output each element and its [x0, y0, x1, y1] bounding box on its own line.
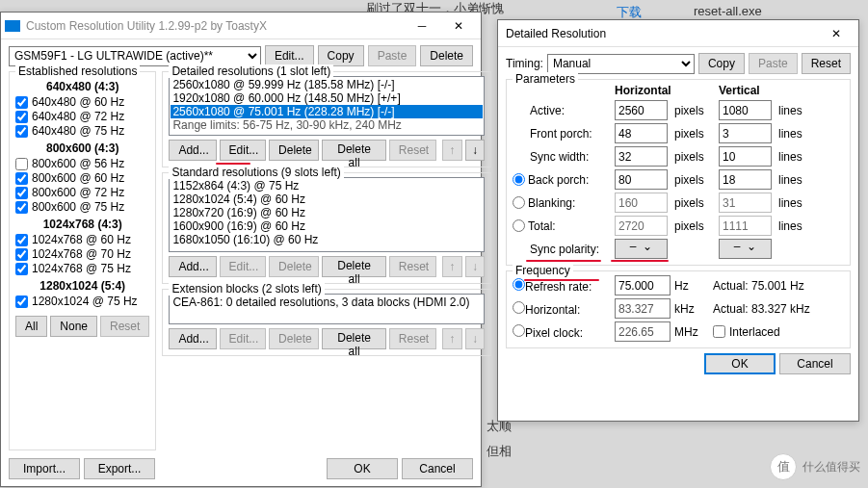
- titlebar[interactable]: Detailed Resolution ✕: [498, 20, 858, 47]
- res-checkbox[interactable]: 1024x768 @ 70 Hz: [15, 247, 149, 261]
- delete-button[interactable]: Delete: [269, 140, 319, 161]
- cancel-button[interactable]: Cancel: [779, 353, 851, 374]
- v-back-input[interactable]: [719, 169, 772, 190]
- ok-button[interactable]: OK: [704, 353, 776, 374]
- group-title: Detailed resolutions (1 slot left): [169, 64, 333, 78]
- v-active-input[interactable]: [719, 100, 772, 120]
- v-sync-input[interactable]: [719, 146, 772, 167]
- close-button[interactable]: ✕: [440, 15, 477, 37]
- res-checkbox[interactable]: 800x600 @ 56 Hz: [15, 157, 149, 170]
- pixelclock-input: [615, 321, 671, 342]
- res-checkbox[interactable]: 1024x768 @ 75 Hz: [15, 262, 149, 275]
- none-button[interactable]: None: [50, 316, 97, 337]
- delete-all-button[interactable]: Delete all: [322, 256, 386, 277]
- reset-button: Reset: [389, 256, 436, 277]
- interlaced-checkbox[interactable]: Interlaced: [713, 325, 848, 339]
- titlebar[interactable]: Custom Resolution Utility 1.2.99-p2 by T…: [1, 13, 481, 39]
- add-button[interactable]: Add...: [169, 328, 216, 349]
- back-radio[interactable]: Back porch:: [513, 173, 611, 187]
- list-item[interactable]: 1680x1050 (16:10) @ 60 Hz: [171, 233, 483, 246]
- timing-label: Timing:: [506, 57, 543, 70]
- refresh-input[interactable]: [615, 275, 671, 295]
- list-item[interactable]: 2560x1080 @ 59.999 Hz (185.58 MHz) [-/-]: [171, 78, 483, 91]
- bg-file[interactable]: reset-all.exe: [694, 4, 762, 18]
- v-polarity-select[interactable]: – ⌄: [719, 239, 772, 259]
- delete-all-button[interactable]: Delete all: [322, 140, 386, 161]
- res-checkbox[interactable]: 800x600 @ 72 Hz: [15, 186, 149, 199]
- delete-all-button[interactable]: Delete all: [322, 328, 386, 349]
- res-checkbox[interactable]: 640x480 @ 75 Hz: [15, 124, 149, 138]
- edit-button: Edit...: [220, 328, 267, 349]
- cancel-button[interactable]: Cancel: [402, 458, 473, 479]
- list-item: Range limits: 56-75 Hz, 30-90 kHz, 240 M…: [171, 118, 483, 132]
- list-item[interactable]: 1280x720 (16:9) @ 60 Hz: [171, 206, 483, 219]
- down-button: ↓: [465, 328, 486, 349]
- res-checkbox[interactable]: 1280x1024 @ 75 Hz: [15, 295, 149, 308]
- res-header: 1024x768 (4:3): [15, 218, 149, 231]
- reset-button[interactable]: Reset: [802, 53, 851, 74]
- up-button: ↑: [442, 140, 462, 161]
- close-button[interactable]: ✕: [818, 23, 855, 44]
- horizontal-radio[interactable]: Horizontal:: [513, 301, 611, 317]
- extension-list[interactable]: CEA-861: 0 detailed resolutions, 3 data …: [169, 294, 485, 324]
- delete-button[interactable]: Delete: [420, 45, 473, 66]
- export-button[interactable]: Export...: [84, 458, 155, 479]
- cru-window: Custom Resolution Utility 1.2.99-p2 by T…: [0, 12, 482, 487]
- up-button: ↑: [442, 328, 462, 349]
- all-button[interactable]: All: [15, 316, 47, 337]
- detailed-list[interactable]: 2560x1080 @ 59.999 Hz (185.58 MHz) [-/-]…: [169, 76, 485, 136]
- annotation: [524, 279, 599, 281]
- watermark: 值 什么值得买: [770, 453, 860, 480]
- import-button[interactable]: Import...: [9, 458, 80, 479]
- logo-icon: 值: [770, 453, 797, 480]
- edit-button[interactable]: Edit...: [220, 140, 267, 161]
- list-item[interactable]: CEA-861: 0 detailed resolutions, 3 data …: [171, 295, 483, 309]
- res-checkbox[interactable]: 1024x768 @ 60 Hz: [15, 233, 149, 246]
- list-item[interactable]: 1600x900 (16:9) @ 60 Hz: [171, 219, 483, 233]
- res-checkbox[interactable]: 800x600 @ 75 Hz: [15, 200, 149, 214]
- standard-group: Standard resolutions (9 slots left) 1152…: [162, 172, 491, 284]
- delete-button: Delete: [269, 256, 319, 277]
- reset-button: Reset: [100, 316, 149, 337]
- res-checkbox[interactable]: 640x480 @ 60 Hz: [15, 95, 149, 109]
- res-checkbox[interactable]: 800x600 @ 60 Hz: [15, 171, 149, 185]
- group-title: Frequency: [513, 264, 573, 277]
- blanking-radio[interactable]: Blanking:: [513, 196, 611, 210]
- active-label: Active:: [513, 104, 611, 117]
- paste-button: Paste: [368, 45, 417, 66]
- parameters-group: Parameters HorizontalVertical Active: pi…: [506, 79, 851, 266]
- h-front-input[interactable]: [615, 123, 668, 143]
- standard-list[interactable]: 1152x864 (4:3) @ 75 Hz 1280x1024 (5:4) @…: [169, 177, 485, 252]
- h-active-input[interactable]: [615, 100, 668, 120]
- up-button: ↑: [442, 256, 462, 277]
- total-radio[interactable]: Total:: [513, 219, 611, 233]
- down-button[interactable]: ↓: [465, 140, 486, 161]
- h-total-input: [615, 216, 668, 236]
- add-button[interactable]: Add...: [169, 140, 216, 161]
- list-item[interactable]: 1280x1024 (5:4) @ 60 Hz: [171, 193, 483, 206]
- list-item[interactable]: 2560x1080 @ 75.001 Hz (228.28 MHz) [-/-]: [171, 105, 483, 118]
- minimize-button[interactable]: ─: [404, 15, 440, 37]
- res-header: 1280x1024 (5:4): [15, 279, 149, 293]
- res-checkbox[interactable]: 640x480 @ 72 Hz: [15, 110, 149, 123]
- v-front-input[interactable]: [719, 123, 772, 143]
- device-select[interactable]: GSM59F1 - LG ULTRAWIDE (active)**: [9, 46, 261, 66]
- h-back-input[interactable]: [615, 169, 668, 190]
- h-polarity-select[interactable]: – ⌄: [615, 239, 668, 259]
- edit-button[interactable]: Edit...: [265, 45, 314, 66]
- add-button[interactable]: Add...: [169, 256, 216, 277]
- pixelclock-radio[interactable]: Pixel clock:: [513, 324, 611, 340]
- sync-label: Sync width:: [513, 150, 611, 164]
- copy-button[interactable]: Copy: [318, 45, 364, 66]
- list-item[interactable]: 1920x1080 @ 60.000 Hz (148.50 MHz) [+/+]: [171, 91, 483, 105]
- reset-button: Reset: [389, 328, 436, 349]
- copy-button[interactable]: Copy: [698, 53, 745, 74]
- timing-select[interactable]: Manual: [547, 54, 695, 74]
- list-item[interactable]: 1152x864 (4:3) @ 75 Hz: [171, 179, 483, 193]
- h-blank-input: [615, 193, 668, 213]
- v-blank-input: [719, 193, 772, 213]
- down-button: ↓: [465, 256, 486, 277]
- ok-button[interactable]: OK: [327, 458, 398, 479]
- group-title: Standard resolutions (9 slots left): [169, 166, 343, 179]
- h-sync-input[interactable]: [615, 146, 668, 167]
